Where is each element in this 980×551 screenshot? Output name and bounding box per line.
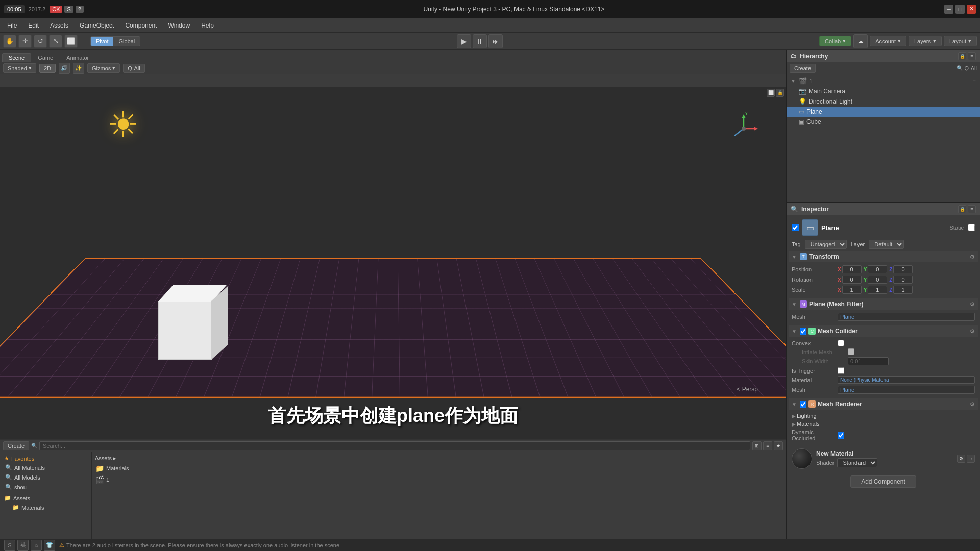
hierarchy-settings-btn[interactable]: ≡ [968, 52, 976, 60]
menu-edit[interactable]: Edit [23, 20, 44, 31]
effects-button[interactable]: ✨ [73, 63, 84, 74]
menu-assets[interactable]: Assets [45, 20, 74, 31]
mesh-collider-settings-icon[interactable]: ⚙ [970, 328, 975, 335]
hier-cube[interactable]: ▣ Cube [787, 117, 980, 127]
hier-plane[interactable]: ▭ Plane [787, 107, 980, 117]
minimize-button[interactable]: ─ [944, 5, 953, 14]
pivot-button[interactable]: Pivot [91, 37, 113, 46]
scale-y-input[interactable] [868, 286, 887, 294]
rotate-tool[interactable]: ↺ [34, 35, 47, 48]
static-checkbox[interactable] [968, 224, 975, 231]
mesh-renderer-enabled[interactable] [800, 401, 806, 408]
2d-button[interactable]: 2D [39, 64, 56, 73]
close-button[interactable]: ✕ [967, 5, 976, 14]
menu-file[interactable]: File [2, 20, 22, 31]
ime-icon-1[interactable]: S [4, 540, 15, 551]
maximize-button[interactable]: □ [955, 5, 965, 14]
menu-gameobject[interactable]: GameObject [75, 20, 119, 31]
scene-item[interactable]: 🎬 1 [94, 474, 784, 485]
layout-button[interactable]: Layout ▾ [944, 36, 977, 46]
animator-tab[interactable]: Animator [60, 53, 95, 62]
pos-x-input[interactable] [842, 265, 862, 273]
project-create-btn[interactable]: Create [3, 441, 29, 450]
transform-header[interactable]: ▼ T Transform ⚙ [789, 251, 978, 262]
rot-y-input[interactable] [868, 276, 887, 284]
hierarchy-lock-btn[interactable]: 🔒 [958, 52, 966, 60]
scene-viewport[interactable]: ☀ Y [0, 87, 786, 439]
pos-z-input[interactable] [893, 265, 913, 273]
mesh-filter-mesh-value[interactable]: Plane [838, 313, 975, 321]
menu-window[interactable]: Window [163, 20, 195, 31]
collider-material-value[interactable]: None (Physic Materia [838, 376, 975, 384]
assets-materials-item[interactable]: 📁 Materials [2, 503, 89, 512]
rot-z-input[interactable] [893, 276, 913, 284]
scale-x-input[interactable] [842, 286, 862, 294]
hier-directional-light[interactable]: 💡 Directional Light [787, 96, 980, 107]
mesh-collider-enabled[interactable] [800, 328, 806, 335]
mesh-collider-header[interactable]: ▼ C Mesh Collider ⚙ [789, 325, 978, 337]
shading-dropdown[interactable]: Shaded ▾ [3, 63, 36, 73]
hand-tool[interactable]: ✋ [3, 35, 16, 48]
game-tab[interactable]: Game [31, 53, 60, 62]
layers-button[interactable]: Layers ▾ [909, 36, 942, 46]
viewport-maximize[interactable]: ⬜ [767, 89, 775, 97]
step-button[interactable]: ⏭ [488, 34, 503, 48]
inspector-panel: 🔍 Inspector 🔒 ≡ ▭ Plane Static [787, 203, 980, 539]
hier-main-camera[interactable]: 📷 Main Camera [787, 86, 980, 96]
move-tool[interactable]: ✛ [18, 35, 32, 48]
dynamic-occluded-checkbox[interactable] [838, 432, 844, 439]
menu-component[interactable]: Component [120, 20, 162, 31]
mesh-filter-header[interactable]: ▼ M Plane (Mesh Filter) ⚙ [789, 298, 978, 310]
shader-select[interactable]: Standard [837, 458, 877, 467]
skin-width-input[interactable] [848, 357, 889, 365]
rot-x-input[interactable] [842, 276, 862, 284]
gizmos-dropdown[interactable]: Gizmos ▾ [87, 63, 120, 73]
shou-item[interactable]: 🔍 shou [2, 482, 89, 492]
lighting-row[interactable]: ▶ Lighting [792, 412, 975, 420]
add-component-button[interactable]: Add Component [850, 475, 916, 488]
scene-tab[interactable]: Scene [2, 53, 31, 62]
ime-icon-4[interactable]: 👕 [44, 540, 55, 551]
mesh-renderer-settings-icon[interactable]: ⚙ [970, 401, 975, 408]
collab-button[interactable]: Collab ▾ [819, 36, 851, 46]
materials-folder[interactable]: 📁 Materials [94, 463, 784, 474]
audio-button[interactable]: 🔊 [59, 63, 70, 74]
project-star-btn[interactable]: ★ [774, 441, 783, 450]
viewport-lock[interactable]: 🔒 [776, 89, 784, 97]
menu-help[interactable]: Help [196, 20, 219, 31]
transform-settings-icon[interactable]: ⚙ [970, 254, 975, 260]
mesh-filter-settings-icon[interactable]: ⚙ [970, 301, 975, 308]
pos-y-input[interactable] [868, 265, 887, 273]
global-button[interactable]: Global [113, 37, 140, 46]
all-materials-item[interactable]: 🔍 All Materials [2, 463, 89, 472]
obj-active-checkbox[interactable] [792, 224, 799, 231]
all-dropdown[interactable]: Q-All [123, 64, 144, 73]
is-trigger-checkbox[interactable] [838, 367, 844, 374]
project-grid-view-btn[interactable]: ⊞ [752, 441, 762, 450]
inspector-lock-btn[interactable]: 🔒 [958, 205, 966, 213]
material-settings-btn[interactable]: ⚙ [957, 455, 965, 463]
material-goto-btn[interactable]: → [967, 455, 975, 463]
layer-select[interactable]: Default [869, 240, 904, 249]
all-models-item[interactable]: 🔍 All Models [2, 472, 89, 482]
pos-y-axis: Y [864, 265, 888, 273]
account-button[interactable]: Account ▾ [870, 36, 906, 46]
project-search-input[interactable] [39, 441, 750, 450]
scale-tool[interactable]: ⤡ [49, 35, 62, 48]
hierarchy-create-btn[interactable]: Create [790, 64, 816, 73]
rect-tool[interactable]: ⬜ [64, 35, 78, 48]
collider-mesh-value[interactable]: Plane [838, 386, 975, 394]
inspector-settings-btn[interactable]: ≡ [968, 205, 976, 213]
inflate-checkbox[interactable] [848, 348, 854, 355]
mesh-renderer-header[interactable]: ▼ R Mesh Renderer ⚙ [789, 398, 978, 410]
ime-icon-2[interactable]: 英 [17, 540, 29, 551]
ime-icon-3[interactable]: ⌾ [31, 540, 42, 551]
scale-z-input[interactable] [893, 286, 913, 294]
pause-button[interactable]: ⏸ [473, 34, 487, 48]
tag-select[interactable]: Untagged [805, 240, 847, 249]
project-list-view-btn[interactable]: ≡ [763, 441, 772, 450]
materials-row[interactable]: ▶ Materials [792, 420, 975, 428]
cloud-button[interactable]: ☁ [853, 34, 868, 48]
convex-checkbox[interactable] [838, 340, 844, 346]
play-button[interactable]: ▶ [457, 34, 471, 48]
